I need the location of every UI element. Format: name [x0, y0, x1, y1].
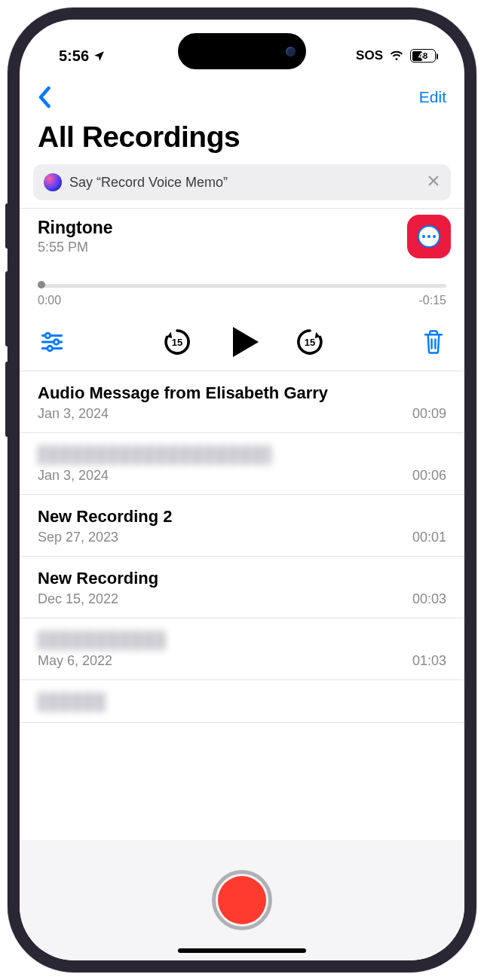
item-duration: 00:06: [412, 468, 446, 484]
item-meta: Dec 15, 202200:03: [38, 591, 446, 607]
item-date: Sep 27, 2023: [38, 530, 118, 545]
list-item[interactable]: Audio Message from Elisabeth GarryJan 3,…: [20, 371, 464, 433]
status-left: 5:56: [59, 47, 106, 65]
item-duration: 00:01: [412, 530, 446, 545]
svg-point-1: [54, 340, 59, 345]
redacted-title: [38, 445, 271, 465]
item-duration: 00:03: [412, 591, 446, 607]
status-right: SOS 48: [356, 48, 436, 63]
settings-sliders-icon[interactable]: [39, 329, 65, 355]
page-title: All Recordings: [20, 116, 464, 164]
scrubber[interactable]: 0:00 -0:15: [38, 284, 446, 307]
nav-bar: Edit: [20, 75, 464, 116]
location-icon: [93, 50, 106, 63]
list-item[interactable]: New Recording 2Sep 27, 202300:01: [20, 495, 464, 557]
siri-text: Say “Record Voice Memo”: [69, 175, 419, 191]
redacted-title: [38, 630, 166, 650]
selected-recording: Ringtone 5:55 PM 0:00 -0:15: [20, 209, 464, 371]
play-icon: [233, 327, 259, 357]
bottom-bar: [20, 840, 464, 960]
wifi-icon: [388, 49, 405, 63]
item-duration: 01:03: [412, 653, 446, 669]
remaining-time: -0:15: [419, 294, 446, 307]
list-item[interactable]: Jan 3, 202400:06: [20, 433, 464, 495]
item-title: New Recording: [38, 569, 446, 588]
item-meta: Jan 3, 202400:09: [38, 406, 446, 422]
item-title: Audio Message from Elisabeth Garry: [38, 383, 446, 403]
skip-forward-15-button[interactable]: 15: [295, 327, 325, 357]
trash-button[interactable]: [422, 329, 445, 355]
item-meta: Sep 27, 202300:01: [38, 530, 446, 545]
item-date: Dec 15, 2022: [38, 591, 118, 607]
home-indicator[interactable]: [178, 948, 306, 953]
siri-icon: [44, 173, 62, 191]
item-meta: May 6, 202201:03: [38, 653, 446, 669]
item-duration: 00:09: [412, 406, 446, 422]
status-time: 5:56: [59, 47, 89, 65]
item-meta: Jan 3, 202400:06: [38, 468, 446, 484]
play-button[interactable]: [228, 327, 259, 357]
recording-subtitle: 5:55 PM: [38, 240, 113, 255]
playback-controls: 15 15: [38, 327, 446, 357]
list-item[interactable]: May 6, 202201:03: [20, 618, 464, 680]
record-button[interactable]: [212, 870, 272, 930]
sos-label: SOS: [356, 48, 383, 63]
skip-back-15-button[interactable]: 15: [162, 327, 192, 357]
back-button[interactable]: [38, 86, 53, 108]
front-camera: [286, 47, 296, 56]
item-date: Jan 3, 2024: [38, 406, 109, 422]
dynamic-island: [178, 33, 306, 69]
screen: 5:56 SOS 48 Edit All Recordings Say: [20, 20, 464, 960]
more-options-button[interactable]: [418, 225, 440, 248]
list-item[interactable]: [20, 680, 464, 723]
item-date: Jan 3, 2024: [38, 468, 109, 484]
recordings-list[interactable]: Audio Message from Elisabeth GarryJan 3,…: [20, 371, 464, 840]
battery-icon: 48: [410, 49, 436, 63]
elapsed-time: 0:00: [38, 294, 61, 307]
battery-level: 48: [411, 51, 435, 60]
phone-frame: 5:56 SOS 48 Edit All Recordings Say: [8, 8, 476, 972]
item-date: May 6, 2022: [38, 653, 112, 669]
scrubber-thumb[interactable]: [38, 281, 45, 289]
record-icon: [218, 876, 266, 924]
item-title: New Recording 2: [38, 507, 446, 527]
recording-title[interactable]: Ringtone: [38, 218, 113, 238]
svg-point-0: [45, 333, 51, 338]
redacted-title: [38, 692, 106, 712]
close-icon[interactable]: [427, 174, 440, 191]
svg-point-2: [47, 346, 53, 351]
scrubber-track: [38, 284, 446, 288]
siri-suggestion[interactable]: Say “Record Voice Memo”: [33, 164, 451, 200]
more-button-highlight: [407, 215, 451, 258]
edit-button[interactable]: Edit: [419, 88, 446, 106]
list-item[interactable]: New RecordingDec 15, 202200:03: [20, 557, 464, 618]
